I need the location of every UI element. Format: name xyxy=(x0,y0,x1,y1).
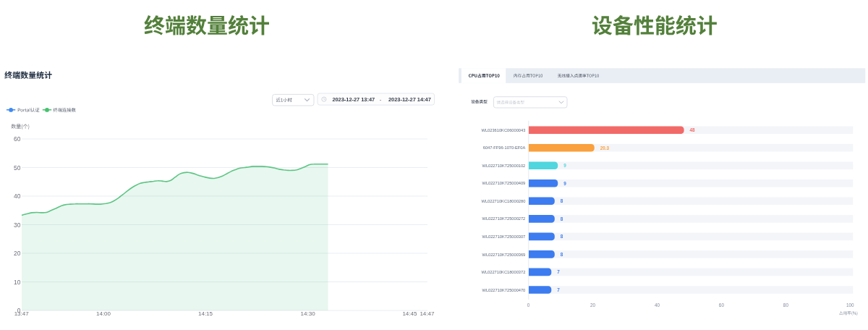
svg-text:WL022710KC18000280: WL022710KC18000280 xyxy=(482,199,526,203)
svg-text:9: 9 xyxy=(563,163,566,168)
svg-text:9: 9 xyxy=(563,181,566,186)
svg-text:2023-12-27 14:47: 2023-12-27 14:47 xyxy=(388,96,431,103)
svg-text:8: 8 xyxy=(561,234,563,239)
svg-text:14:30: 14:30 xyxy=(301,310,316,317)
svg-text:8: 8 xyxy=(561,198,563,203)
svg-text:WL022710K725000470: WL022710K725000470 xyxy=(482,288,526,292)
svg-text:7: 7 xyxy=(557,287,560,292)
svg-text:WL022710KC18000372: WL022710KC18000372 xyxy=(482,270,526,274)
svg-text:8: 8 xyxy=(561,252,563,257)
svg-text:2023-12-27 13:47: 2023-12-27 13:47 xyxy=(332,96,375,103)
svg-text:50: 50 xyxy=(14,164,21,172)
svg-text:20: 20 xyxy=(590,302,596,308)
svg-text:40: 40 xyxy=(14,192,21,200)
svg-text:0: 0 xyxy=(527,302,530,308)
svg-text:100: 100 xyxy=(846,302,854,308)
svg-text:10: 10 xyxy=(14,279,21,286)
svg-text:60: 60 xyxy=(719,302,725,308)
svg-text:20: 20 xyxy=(14,250,21,257)
svg-text:6047-FF96-1070-EF0A: 6047-FF96-1070-EF0A xyxy=(483,145,526,150)
svg-text:WL022710K725000307: WL022710K725000307 xyxy=(482,234,526,239)
svg-text:WL022710K725000369: WL022710K725000369 xyxy=(482,253,526,257)
svg-text:80: 80 xyxy=(783,302,789,308)
svg-text:40: 40 xyxy=(655,302,660,308)
svg-text:14:45: 14:45 xyxy=(402,310,417,317)
svg-text:20.3: 20.3 xyxy=(600,145,610,151)
svg-text:WL022710K725000409: WL022710K725000409 xyxy=(482,181,526,185)
svg-text:14:00: 14:00 xyxy=(96,310,111,317)
svg-text:30: 30 xyxy=(14,221,21,229)
svg-text:7: 7 xyxy=(557,269,560,274)
svg-text:14:15: 14:15 xyxy=(198,310,213,317)
svg-text:60: 60 xyxy=(14,135,21,143)
svg-text:48: 48 xyxy=(690,127,696,132)
svg-text:13:47: 13:47 xyxy=(14,310,30,317)
svg-text:WL023610KC06000043: WL023610KC06000043 xyxy=(482,128,526,132)
svg-text:WL022710K725000272: WL022710K725000272 xyxy=(482,216,526,221)
svg-text:8: 8 xyxy=(561,216,563,221)
svg-text:WL022710K725000102: WL022710K725000102 xyxy=(482,164,526,168)
svg-text:14:47: 14:47 xyxy=(420,310,435,317)
